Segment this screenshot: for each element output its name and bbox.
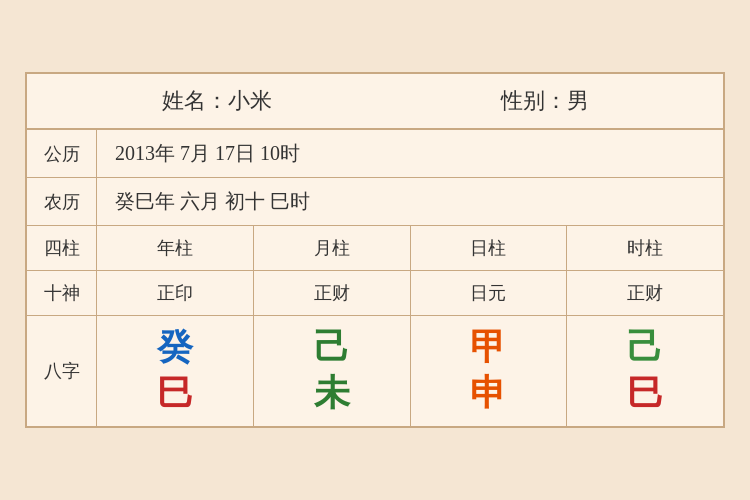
col-day: 日柱 bbox=[411, 226, 568, 270]
bazi-day-top: 甲 bbox=[470, 328, 506, 368]
solar-value: 2013年 7月 17日 10时 bbox=[97, 130, 723, 177]
shishen-year: 正印 bbox=[97, 271, 254, 315]
shishen-day: 日元 bbox=[411, 271, 568, 315]
col-hour: 时柱 bbox=[567, 226, 723, 270]
bazi-day-bottom: 申 bbox=[470, 374, 506, 414]
lunar-label: 农历 bbox=[27, 178, 97, 225]
shishen-label: 十神 bbox=[27, 271, 97, 315]
shishen-hour: 正财 bbox=[567, 271, 723, 315]
columns-headers: 年柱 月柱 日柱 时柱 bbox=[97, 226, 723, 270]
gender-label: 性别：男 bbox=[501, 86, 589, 116]
bazi-hour-top: 己 bbox=[627, 328, 663, 368]
bazi-year: 癸 巳 bbox=[97, 316, 254, 425]
col-month: 月柱 bbox=[254, 226, 411, 270]
solar-row: 公历 2013年 7月 17日 10时 bbox=[27, 130, 723, 178]
bazi-year-top: 癸 bbox=[157, 328, 193, 368]
lunar-value: 癸巳年 六月 初十 巳时 bbox=[97, 178, 723, 225]
bazi-day: 甲 申 bbox=[411, 316, 568, 425]
bazi-month-top: 己 bbox=[314, 328, 350, 368]
lunar-row: 农历 癸巳年 六月 初十 巳时 bbox=[27, 178, 723, 226]
bazi-month: 己 未 bbox=[254, 316, 411, 425]
main-container: 姓名：小米 性别：男 公历 2013年 7月 17日 10时 农历 癸巳年 六月… bbox=[25, 72, 725, 427]
bazi-label: 八字 bbox=[27, 316, 97, 425]
bazi-hour-bottom: 巳 bbox=[627, 374, 663, 414]
bazi-row: 八字 癸 巳 己 未 甲 申 己 巳 bbox=[27, 316, 723, 425]
bazi-cells: 癸 巳 己 未 甲 申 己 巳 bbox=[97, 316, 723, 425]
columns-row: 四柱 年柱 月柱 日柱 时柱 bbox=[27, 226, 723, 271]
col-year: 年柱 bbox=[97, 226, 254, 270]
bazi-hour: 己 巳 bbox=[567, 316, 723, 425]
solar-label: 公历 bbox=[27, 130, 97, 177]
bazi-year-bottom: 巳 bbox=[157, 374, 193, 414]
header-row: 姓名：小米 性别：男 bbox=[27, 74, 723, 130]
shishen-values: 正印 正财 日元 正财 bbox=[97, 271, 723, 315]
columns-label: 四柱 bbox=[27, 226, 97, 270]
shishen-row: 十神 正印 正财 日元 正财 bbox=[27, 271, 723, 316]
shishen-month: 正财 bbox=[254, 271, 411, 315]
name-label: 姓名：小米 bbox=[162, 86, 272, 116]
bazi-month-bottom: 未 bbox=[314, 374, 350, 414]
